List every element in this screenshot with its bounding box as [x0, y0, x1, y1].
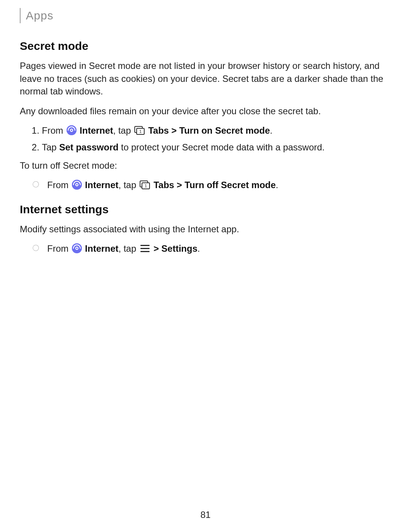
page-content: Apps Secret mode Pages viewed in Secret … [0, 0, 411, 255]
step2-post: to protect your Secret mode data with a … [118, 142, 325, 152]
tabs-icon: 1 [140, 180, 150, 189]
turnoff-tabs-label: Tabs [153, 180, 174, 190]
step2-pre: Tap [42, 142, 59, 152]
header-section-title: Apps [26, 8, 53, 24]
svg-point-2 [71, 129, 72, 131]
svg-point-7 [76, 184, 78, 185]
turn-off-list: From Internet, tap 1 [20, 179, 391, 192]
step1-end: . [270, 125, 272, 136]
secret-mode-description-2: Any downloaded files remain on your devi… [20, 105, 391, 118]
settings-end: . [198, 243, 200, 254]
internet-icon [72, 243, 82, 253]
tabs-count-label: 1 [145, 184, 147, 188]
step1-sep: > [169, 125, 179, 136]
step2-bold: Set password [59, 142, 118, 152]
turnoff-internet-label: Internet [85, 180, 118, 190]
round-bullet-icon [33, 245, 39, 251]
turnoff-sep: > [174, 180, 185, 190]
turnoff-action: Turn off Secret mode [185, 180, 276, 190]
secret-mode-description-1: Pages viewed in Secret mode are not list… [20, 59, 391, 98]
step1-action: Turn on Secret mode [179, 125, 270, 136]
turn-off-step: From Internet, tap 1 [33, 179, 391, 192]
secret-mode-steps: From Internet, tap 1 [20, 124, 391, 153]
settings-from: From [47, 243, 71, 254]
settings-action: Settings [161, 243, 198, 254]
svg-point-12 [76, 248, 78, 249]
turnoff-from: From [47, 180, 71, 190]
heading-internet-settings: Internet settings [20, 201, 391, 217]
turnoff-end: . [276, 180, 279, 190]
settings-sep: > [153, 243, 161, 254]
turn-off-intro: To turn off Secret mode: [20, 159, 391, 172]
step-1: From Internet, tap 1 [42, 124, 391, 137]
settings-internet-label: Internet [85, 243, 118, 254]
step1-tap: , tap [113, 125, 133, 136]
internet-settings-step: From Internet, tap > Settings. [33, 242, 391, 255]
internet-icon [72, 180, 82, 190]
tabs-icon: 1 [134, 126, 145, 135]
internet-settings-description: Modify settings associated with using th… [20, 223, 391, 236]
internet-settings-list: From Internet, tap > Settings. [20, 242, 391, 255]
page-number: 81 [0, 508, 411, 521]
page-header: Apps [20, 8, 391, 24]
header-divider [20, 8, 21, 23]
step1-tabs-label: Tabs [148, 125, 169, 136]
step1-internet-label: Internet [80, 125, 113, 136]
turnoff-tap: , tap [118, 180, 139, 190]
step-2: Tap Set password to protect your Secret … [42, 141, 391, 154]
internet-icon [67, 125, 76, 135]
settings-tap: , tap [118, 243, 139, 254]
tabs-count-label: 1 [139, 129, 142, 134]
heading-secret-mode: Secret mode [20, 38, 391, 54]
menu-icon [140, 245, 150, 252]
step1-from: From [42, 125, 66, 136]
round-bullet-icon [33, 181, 39, 187]
